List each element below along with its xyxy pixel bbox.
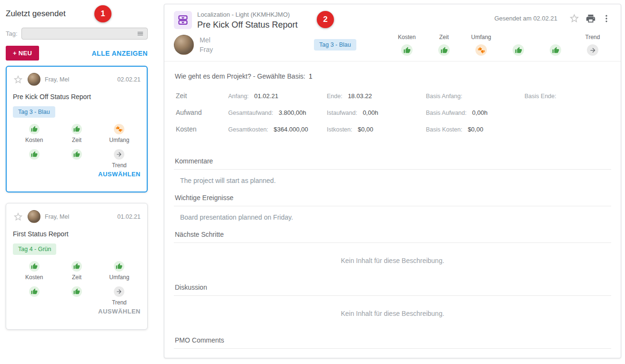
status-column [500,34,537,56]
sent-date-label: Gesendet am 02.02.21 [494,15,557,22]
card-title: First Status Report [13,230,141,238]
figure-value: 0,00h [363,109,378,116]
card-date: 02.02.21 [117,76,141,83]
section-title: Diskussion [174,283,611,296]
status-cell: Trend [112,149,127,170]
status-cell [29,149,40,170]
status-column: Kosten [388,34,425,56]
card-title: Pre Kick Off Status Report [13,93,141,101]
section-body: Board presentation planned on Friday. [174,206,611,224]
figure-value: 18.03.22 [348,92,372,100]
print-icon[interactable] [585,13,596,24]
recently-sent-sidebar: Zuletzt gesendet Tag: + NEU ALLE ANZEIGE… [6,0,148,330]
status-label: Umfang [109,137,129,143]
section-body: Kein Inhalt für diese Beschreibung. [174,349,611,358]
figure-value: 01.02.21 [254,92,279,100]
description-section: Wichtige Ereignisse Board presentation p… [174,194,611,224]
description-section: Kommentare The project will start as pla… [174,157,611,188]
status-label: Kosten [25,274,43,281]
section-title: Wichtige Ereignisse [174,194,611,206]
status-cell: Umfang [109,261,129,282]
status-label: Zeit [72,137,81,143]
status-label: Kosten [398,34,415,41]
report-title: Pre Kick Off Status Report [197,20,298,30]
status-label: Umfang [471,34,491,41]
tag-filter-input[interactable] [21,28,148,40]
report-card[interactable]: Fray, Mel 01.02.21 First Status Report T… [6,203,148,330]
sidebar-title: Zuletzt gesendet [6,9,148,19]
figure-row-label: Zeit [174,92,228,100]
annotation-badge-1: 1 [94,5,111,22]
project-icon [174,11,192,29]
figure-value: 0,00h [472,109,488,116]
figure-value: 3.800,00h [279,109,306,116]
status-cell: Kosten [25,124,43,144]
status-cell: Umfang [109,124,129,144]
card-author: Fray, Mel [45,213,69,220]
status-column: Trend [574,34,611,56]
section-body: The project will start as planned. [174,170,611,188]
section-title: Kommentare [174,157,611,170]
status-indicator-row: Kosten Zeit Umfang Trend [388,34,611,56]
description-section: PMO Comments Kein Inhalt für diese Besch… [174,336,611,358]
header-divider [164,61,621,61]
report-card-list: Fray, Mel 02.02.21 Pre Kick Off Status R… [6,66,148,330]
figure-value: $0,00 [358,126,373,133]
selected-basis-value: 1 [309,72,312,80]
status-label: Trend [585,34,600,41]
show-all-link[interactable]: ALLE ANZEIGEN [92,50,148,57]
arrow-right-icon [114,149,124,160]
figure-cell: Istkosten: $0,00 [327,125,426,133]
project-name: Localization - Light (KKMHKJMO) [197,11,298,18]
figure-row: Aufwand Gesamtaufwand: 3.800,00h Istaufw… [174,104,611,121]
figure-cell: Gesamtkosten: $364.000,00 [228,125,327,133]
figure-cell: Ende: 18.03.22 [327,91,426,100]
favorite-star-icon[interactable] [13,212,23,222]
thumb-up-icon [29,149,40,160]
thumb-up-icon [29,124,40,134]
annotation-badge-2: 2 [317,11,334,28]
thumb-up-icon [71,286,82,297]
status-cell: Kosten [25,261,43,282]
section-body: Kein Inhalt für diese Beschreibung. [174,243,611,277]
status-cell: Zeit [71,124,82,144]
status-label: Trend [112,299,127,306]
status-grid: Kosten Zeit Umfang [13,261,141,307]
thumb-up-icon [114,261,124,272]
author-avatar [174,35,194,55]
figure-cell: Basis Ende: [524,91,611,100]
status-grid: Kosten Zeit Umfang [13,124,141,170]
thumbs-mixed-icon [475,44,487,56]
tag-chip: Tag 3 - Blau [314,39,356,51]
figure-key: Gesamtaufwand: [228,110,273,116]
figure-key: Anfang: [228,93,249,100]
arrow-right-icon [587,44,598,56]
new-report-button[interactable]: + NEU [6,46,39,61]
report-card[interactable]: Fray, Mel 02.02.21 Pre Kick Off Status R… [6,66,148,192]
favorite-star-icon[interactable] [569,13,580,24]
section-title: Nächste Schritte [174,231,611,243]
card-author: Fray, Mel [45,76,69,83]
thumb-up-icon [513,44,524,56]
key-figures-table: Zeit Anfang: 01.02.21 Ende: 18.03.22 Bas… [174,87,611,137]
thumbs-mixed-icon [114,124,124,134]
thumb-up-icon [71,124,82,134]
arrow-right-icon [114,286,124,297]
favorite-star-icon[interactable] [13,74,23,85]
figure-cell: Basis Aufwand: 0,00h [426,108,524,117]
thumb-up-icon [71,149,82,160]
more-options-icon[interactable] [602,14,611,23]
author-name: Mel Fray [200,35,213,54]
figure-cell: Basis Kosten: $0,00 [426,125,524,133]
thumb-up-icon [550,44,561,56]
select-report-button[interactable]: AUSWÄHLEN [13,308,141,315]
select-report-button[interactable]: AUSWÄHLEN [13,171,141,178]
status-cell [29,286,40,307]
figure-cell: Basis Anfang: [426,91,524,100]
author-avatar [28,73,40,86]
status-cell [71,286,82,307]
thumb-up-icon [71,261,82,272]
status-label: Umfang [109,274,129,281]
status-report-panel: Localization - Light (KKMHKJMO) Pre Kick… [164,4,621,358]
status-label: Kosten [25,137,43,143]
